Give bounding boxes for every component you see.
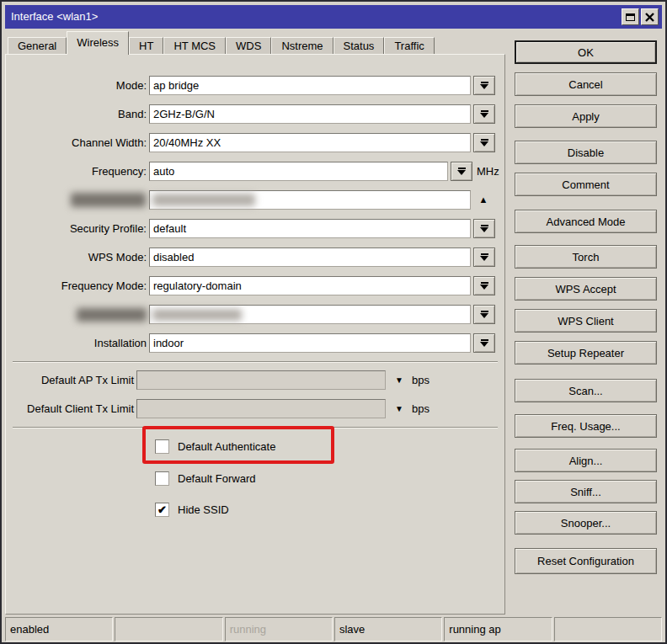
band-dropdown-button[interactable] bbox=[473, 104, 495, 124]
dropdown-icon bbox=[481, 339, 488, 341]
freq-usage-button[interactable]: Freq. Usage... bbox=[515, 414, 657, 438]
dropdown-icon bbox=[481, 225, 488, 226]
window-title: Interface <wlan1> bbox=[11, 5, 98, 29]
status-cell bbox=[115, 617, 222, 641]
security-profile-label: Security Profile: bbox=[9, 219, 147, 238]
frequency-mode-label: Frequency Mode: bbox=[9, 276, 147, 295]
field-row-wps-mode: WPS Mode: bbox=[6, 247, 504, 267]
collapse-up-icon[interactable]: ▲ bbox=[476, 190, 491, 210]
restore-button[interactable] bbox=[622, 8, 639, 25]
default-client-tx-limit-input[interactable] bbox=[136, 399, 386, 418]
band-input[interactable] bbox=[149, 104, 471, 124]
field-row-ssid: ▲ bbox=[6, 190, 504, 210]
restore-icon bbox=[626, 13, 635, 21]
hide-ssid-checkbox[interactable]: ✔ bbox=[155, 503, 169, 517]
dropdown-icon bbox=[481, 311, 488, 312]
disable-button[interactable]: Disable bbox=[515, 141, 657, 164]
installation-label: Installation bbox=[9, 333, 147, 353]
status-running-ap: running ap bbox=[444, 617, 552, 641]
torch-button[interactable]: Torch bbox=[515, 245, 657, 269]
default-ap-tx-limit-label: Default AP Tx Limit bbox=[9, 370, 134, 390]
channel-width-input[interactable] bbox=[149, 133, 471, 152]
cancel-button[interactable]: Cancel bbox=[515, 72, 657, 96]
tab-wireless[interactable]: Wireless bbox=[67, 31, 129, 55]
default-authenticate-checkbox[interactable] bbox=[155, 439, 169, 454]
field-row-frequency-mode: Frequency Mode: bbox=[6, 276, 504, 295]
default-authenticate-label: Default Authenticate bbox=[178, 439, 275, 454]
scan-button[interactable]: Scan... bbox=[515, 379, 657, 402]
close-icon bbox=[645, 13, 654, 22]
setup-repeater-button[interactable]: Setup Repeater bbox=[515, 341, 657, 365]
dropdown-icon bbox=[481, 82, 488, 83]
snooper-button[interactable]: Snooper... bbox=[515, 511, 657, 535]
frequency-input[interactable] bbox=[149, 162, 448, 181]
field-row-frequency: Frequency: MHz bbox=[6, 162, 504, 181]
channel-width-label: Channel Width: bbox=[9, 133, 147, 152]
mode-label: Mode: bbox=[9, 76, 147, 95]
country-dropdown-button[interactable] bbox=[473, 305, 495, 324]
ok-button[interactable]: OK bbox=[515, 40, 657, 64]
mode-dropdown-button[interactable] bbox=[473, 76, 495, 95]
frequency-mode-dropdown-button[interactable] bbox=[473, 276, 495, 295]
ap-tx-limit-unit: bps bbox=[412, 370, 430, 390]
field-row-default-client-tx-limit: Default Client Tx Limit ▼ bps bbox=[6, 399, 504, 418]
field-row-channel-width: Channel Width: bbox=[6, 133, 504, 152]
advanced-mode-button[interactable]: Advanced Mode bbox=[515, 210, 657, 233]
wps-accept-button[interactable]: WPS Accept bbox=[515, 277, 657, 301]
tab-ht-mcs[interactable]: HT MCS bbox=[163, 37, 226, 54]
wps-mode-dropdown-button[interactable] bbox=[473, 247, 495, 267]
status-bar: enabled running slave running ap bbox=[5, 617, 662, 641]
dropdown-icon bbox=[458, 168, 466, 169]
default-client-tx-limit-label: Default Client Tx Limit bbox=[9, 399, 134, 418]
down-arrow-icon[interactable]: ▼ bbox=[392, 370, 407, 390]
default-ap-tx-limit-input[interactable] bbox=[136, 370, 386, 390]
installation-input[interactable] bbox=[149, 333, 471, 353]
tab-strip: General Wireless HT HT MCS WDS Nstreme S… bbox=[5, 29, 505, 54]
apply-button[interactable]: Apply bbox=[515, 104, 657, 128]
comment-button[interactable]: Comment bbox=[515, 173, 657, 196]
wps-client-button[interactable]: WPS Client bbox=[515, 309, 657, 333]
blurred-label bbox=[77, 308, 147, 322]
default-forward-checkbox[interactable] bbox=[155, 471, 169, 486]
wireless-tab-page: Mode: Band: Channel Width: Frequency: bbox=[5, 54, 505, 615]
field-row-country bbox=[6, 305, 504, 324]
blurred-value bbox=[152, 309, 242, 321]
channel-width-dropdown-button[interactable] bbox=[473, 133, 495, 152]
tab-status[interactable]: Status bbox=[334, 37, 385, 54]
frequency-dropdown-button[interactable] bbox=[451, 162, 472, 181]
default-forward-label: Default Forward bbox=[178, 471, 255, 486]
close-button[interactable] bbox=[641, 8, 659, 25]
align-button[interactable]: Align... bbox=[515, 449, 657, 472]
wps-mode-label: WPS Mode: bbox=[9, 247, 147, 267]
tab-general[interactable]: General bbox=[8, 37, 67, 54]
separator bbox=[13, 427, 498, 428]
tab-ht[interactable]: HT bbox=[129, 37, 163, 54]
band-label: Band: bbox=[9, 104, 147, 124]
field-row-security-profile: Security Profile: bbox=[6, 219, 504, 238]
tab-nstreme[interactable]: Nstreme bbox=[271, 37, 333, 54]
installation-dropdown-button[interactable] bbox=[473, 333, 495, 353]
reset-configuration-button[interactable]: Reset Configuration bbox=[515, 548, 657, 574]
separator bbox=[13, 361, 498, 363]
interface-dialog: Interface <wlan1> General Wireless HT HT… bbox=[0, 0, 667, 644]
security-profile-dropdown-button[interactable] bbox=[473, 219, 495, 238]
field-row-installation: Installation bbox=[6, 333, 504, 353]
blurred-label bbox=[71, 193, 146, 207]
frequency-unit: MHz bbox=[477, 162, 499, 181]
frequency-label: Frequency: bbox=[9, 162, 147, 181]
client-tx-limit-unit: bps bbox=[412, 399, 430, 418]
dropdown-icon bbox=[481, 253, 488, 255]
tab-wds[interactable]: WDS bbox=[226, 37, 271, 54]
frequency-mode-input[interactable] bbox=[149, 276, 471, 295]
blurred-value bbox=[152, 194, 255, 206]
down-arrow-icon[interactable]: ▼ bbox=[392, 399, 407, 418]
security-profile-input[interactable] bbox=[149, 219, 471, 238]
titlebar[interactable]: Interface <wlan1> bbox=[5, 5, 662, 29]
tab-traffic[interactable]: Traffic bbox=[384, 37, 434, 54]
wps-mode-input[interactable] bbox=[149, 247, 471, 267]
field-row-default-ap-tx-limit: Default AP Tx Limit ▼ bps bbox=[6, 370, 504, 390]
status-enabled: enabled bbox=[5, 617, 113, 641]
status-cell bbox=[554, 617, 662, 641]
sniff-button[interactable]: Sniff... bbox=[515, 480, 657, 503]
mode-input[interactable] bbox=[149, 76, 471, 95]
